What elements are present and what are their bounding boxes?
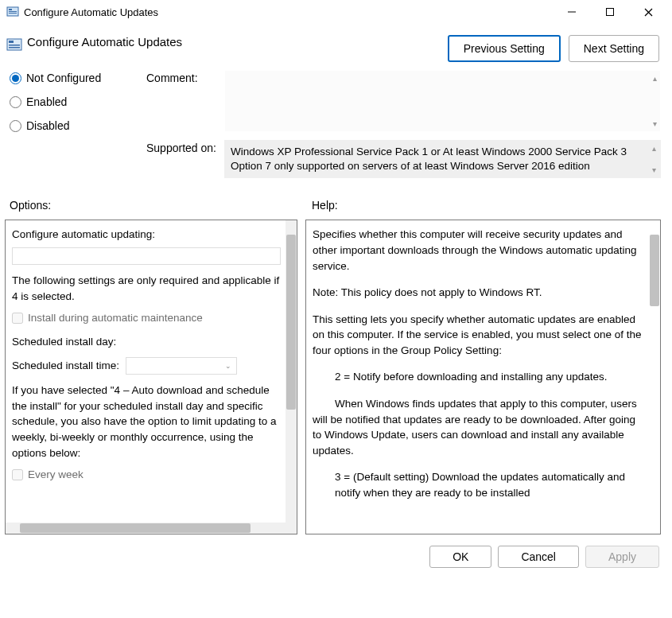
scrollbar-thumb[interactable] bbox=[650, 235, 659, 306]
radio-enabled[interactable]: Enabled bbox=[10, 95, 146, 108]
mid-labels: Options: Help: bbox=[0, 183, 672, 216]
help-option-2-desc: When Windows finds updates that apply to… bbox=[313, 396, 643, 458]
help-paragraph: This setting lets you specify whether au… bbox=[313, 312, 643, 359]
help-panel-inner: Specifies whether this computer will rec… bbox=[306, 220, 660, 534]
svg-rect-1 bbox=[9, 9, 12, 10]
minimize-button[interactable] bbox=[561, 4, 583, 20]
help-paragraph: Note: This policy does not apply to Wind… bbox=[313, 285, 643, 301]
scroll-down-icon[interactable]: ▾ bbox=[652, 165, 656, 176]
scrollbar-thumb[interactable] bbox=[286, 235, 296, 410]
scheduled-time-row: Scheduled install time: ⌄ bbox=[12, 357, 281, 375]
radio-enabled-label: Enabled bbox=[26, 95, 67, 108]
schedule-note: If you have selected "4 – Auto download … bbox=[12, 383, 281, 461]
svg-rect-2 bbox=[9, 11, 17, 12]
scheduled-time-label: Scheduled install time: bbox=[12, 358, 119, 374]
previous-setting-button[interactable]: Previous Setting bbox=[448, 35, 561, 62]
help-vertical-scrollbar[interactable] bbox=[649, 220, 660, 534]
scheduled-day-label: Scheduled install day: bbox=[12, 334, 116, 350]
help-paragraph: Specifies whether this computer will rec… bbox=[313, 227, 643, 274]
page-title: Configure Automatic Updates bbox=[27, 35, 182, 49]
apply-button[interactable]: Apply bbox=[585, 546, 659, 568]
close-button[interactable] bbox=[637, 4, 659, 20]
scheduled-time-select[interactable]: ⌄ bbox=[126, 357, 237, 375]
radio-not-configured-label: Not Configured bbox=[26, 72, 101, 84]
svg-rect-3 bbox=[9, 13, 17, 14]
install-during-maintenance-checkbox[interactable] bbox=[12, 313, 23, 324]
radio-disabled-input[interactable] bbox=[10, 120, 21, 132]
nav-buttons: Previous Setting Next Setting bbox=[448, 35, 659, 62]
supported-on-text: Windows XP Professional Service Pack 1 o… bbox=[231, 146, 627, 172]
every-week-label: Every week bbox=[28, 467, 84, 483]
cancel-button[interactable]: Cancel bbox=[498, 546, 579, 568]
window-controls bbox=[561, 4, 666, 20]
titlebar: Configure Automatic Updates bbox=[0, 0, 672, 24]
scroll-up-icon[interactable]: ▴ bbox=[652, 143, 656, 154]
upper-section: Not Configured Enabled Disabled Comment:… bbox=[0, 65, 672, 183]
options-horizontal-scrollbar[interactable] bbox=[6, 523, 286, 534]
footer-buttons: OK Cancel Apply bbox=[0, 534, 672, 568]
help-panel: Specifies whether this computer will rec… bbox=[305, 220, 661, 534]
supported-on-box: Windows XP Professional Service Pack 1 o… bbox=[224, 140, 661, 178]
every-week-row[interactable]: Every week bbox=[12, 467, 281, 483]
options-label: Options: bbox=[10, 199, 312, 212]
svg-rect-10 bbox=[9, 45, 20, 46]
app-icon bbox=[6, 6, 19, 18]
radio-enabled-input[interactable] bbox=[10, 96, 21, 108]
every-week-checkbox[interactable] bbox=[12, 469, 23, 480]
help-option-3: 3 = (Default setting) Download the updat… bbox=[313, 469, 643, 500]
install-during-maintenance-label: Install during automatic maintenance bbox=[28, 310, 203, 326]
options-note: The following settings are only required… bbox=[12, 273, 281, 304]
header-row: Configure Automatic Updates Previous Set… bbox=[0, 24, 672, 65]
window-title: Configure Automatic Updates bbox=[24, 6, 561, 18]
svg-rect-11 bbox=[9, 47, 20, 49]
comment-label: Comment: bbox=[146, 70, 224, 84]
comment-box[interactable]: ▴ ▾ bbox=[224, 70, 661, 132]
supported-on-label: Supported on: bbox=[146, 140, 224, 154]
state-radio-group: Not Configured Enabled Disabled bbox=[10, 70, 146, 132]
scheduled-day-row: Scheduled install day: bbox=[12, 334, 281, 350]
svg-rect-5 bbox=[607, 9, 614, 16]
scroll-down-icon[interactable]: ▾ bbox=[653, 119, 657, 128]
help-label: Help: bbox=[312, 199, 338, 212]
options-vertical-scrollbar[interactable] bbox=[286, 220, 297, 534]
policy-icon bbox=[6, 37, 22, 52]
radio-not-configured[interactable]: Not Configured bbox=[10, 72, 146, 84]
scrollbar-thumb[interactable] bbox=[20, 523, 251, 533]
next-setting-button[interactable]: Next Setting bbox=[569, 35, 659, 62]
radio-disabled-label: Disabled bbox=[26, 119, 69, 132]
radio-not-configured-input[interactable] bbox=[10, 72, 21, 84]
panels: Configure automatic updating: The follow… bbox=[0, 216, 672, 534]
install-during-maintenance-row[interactable]: Install during automatic maintenance bbox=[12, 310, 281, 326]
help-option-2-desc-body: When Windows finds updates that apply to… bbox=[313, 398, 637, 457]
scroll-up-icon[interactable]: ▴ bbox=[653, 74, 657, 83]
options-panel: Configure automatic updating: The follow… bbox=[5, 220, 297, 534]
svg-rect-9 bbox=[9, 41, 14, 43]
ok-button[interactable]: OK bbox=[429, 546, 491, 568]
chevron-down-icon: ⌄ bbox=[225, 361, 231, 371]
configure-updating-select[interactable] bbox=[12, 247, 281, 265]
configure-updating-heading: Configure automatic updating: bbox=[12, 227, 281, 243]
maximize-button[interactable] bbox=[599, 4, 621, 20]
options-panel-inner: Configure automatic updating: The follow… bbox=[6, 220, 297, 534]
help-option-2-desc-text bbox=[313, 398, 335, 410]
help-option-2: 2 = Notify before downloading and instal… bbox=[313, 369, 643, 385]
radio-disabled[interactable]: Disabled bbox=[10, 119, 146, 132]
